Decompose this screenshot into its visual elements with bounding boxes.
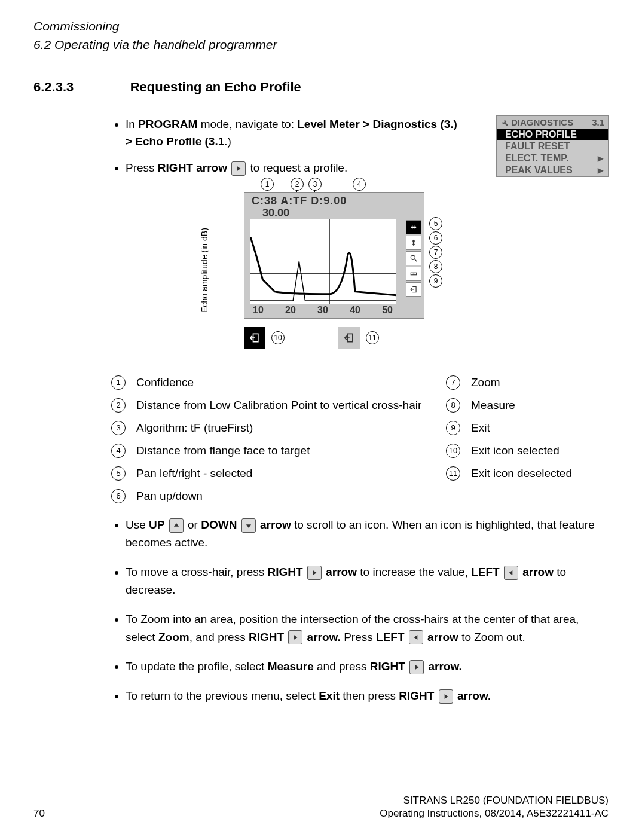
callout-6: 6 — [429, 231, 442, 245]
diagnostics-title: DIAGNOSTICS — [511, 117, 573, 127]
instr-5: To return to the previous menu, select E… — [126, 687, 609, 704]
legend-row: 2Distance from Low Calibration Point to … — [111, 394, 609, 417]
exit-icon-deselected — [338, 327, 360, 349]
heading-number: 6.2.3.3 — [33, 80, 74, 95]
footer-doc: Operating Instructions, 08/2014, A5E3222… — [380, 808, 609, 820]
echo-plot — [250, 219, 396, 304]
diag-item-fault-reset: FAULT RESET — [497, 140, 608, 152]
x-ticks: 1020304050 — [249, 305, 396, 316]
legend-row: 6Pan up/down — [111, 485, 609, 508]
callout-7: 7 — [429, 246, 442, 259]
callout-8: 8 — [429, 260, 442, 273]
footer-product: SITRANS LR250 (FOUNDATION FIELDBUS) — [33, 795, 609, 807]
diagnostics-header: DIAGNOSTICS 3.1 — [497, 116, 608, 129]
callout-2: 2 — [291, 178, 304, 191]
side-icon-stack — [406, 220, 421, 297]
heading-title: Requesting an Echo Profile — [130, 80, 301, 95]
up-arrow-icon — [169, 518, 184, 533]
callout-5: 5 — [429, 217, 442, 230]
exit-side-icon — [406, 282, 421, 297]
content: DIAGNOSTICS 3.1 ECHO PROFILE FAULT RESET… — [111, 115, 609, 705]
exit-icon-selected — [244, 327, 265, 349]
header-rule — [33, 36, 609, 36]
header-chapter: Commissioning — [33, 19, 609, 33]
diagnostics-screen: DIAGNOSTICS 3.1 ECHO PROFILE FAULT RESET… — [496, 115, 609, 177]
echo-profile-figure: 1 2 3 4 5 6 7 8 9 Echo amplitude (in dB)… — [224, 192, 451, 349]
wrench-icon — [500, 118, 509, 127]
instr-3: To Zoom into an area, position the inter… — [126, 610, 609, 646]
intro-bullet-2: Press RIGHT arrow to request a profile. — [126, 159, 460, 176]
right-arrow-icon — [231, 161, 246, 176]
y-axis-label: Echo amplitude (in dB) — [200, 228, 209, 313]
footer-page: 70 — [33, 808, 45, 820]
legend: 1Confidence 7Zoom 2Distance from Low Cal… — [111, 371, 609, 508]
instr-1: Use UP or DOWN arrow to scroll to an ico… — [126, 516, 609, 551]
header-section: 6.2 Operating via the handheld programme… — [33, 38, 609, 52]
legend-row: 3Algorithm: tF (trueFirst) 9Exit — [111, 417, 609, 439]
instruction-list: Use UP or DOWN arrow to scroll to an ico… — [111, 516, 609, 705]
callout-11: 11 — [366, 331, 379, 344]
left-arrow-icon — [504, 566, 518, 580]
down-arrow-icon — [241, 518, 256, 533]
callout-3: 3 — [308, 178, 322, 191]
intro-bullet-1: In PROGRAM mode, navigate to: Level Mete… — [126, 115, 460, 151]
instr-2: To move a cross-hair, press RIGHT arrow … — [126, 563, 609, 598]
diagnostics-code: 3.1 — [592, 117, 604, 127]
right-arrow-icon — [307, 566, 322, 580]
right-arrow-icon — [409, 660, 424, 674]
page: Commissioning 6.2 Operating via the hand… — [0, 0, 642, 840]
pan-ud-icon — [406, 236, 421, 250]
intro-list: In PROGRAM mode, navigate to: Level Mete… — [111, 115, 460, 176]
measure-icon — [406, 267, 421, 281]
submenu-icon: ▶ — [598, 154, 603, 163]
legend-row: 4Distance from flange face to target 10E… — [111, 439, 609, 462]
echo-screen: C:38 A:TF D:9.00 30.00 1020304050 — [244, 192, 424, 319]
legend-row: 1Confidence 7Zoom — [111, 371, 609, 394]
zoom-icon — [406, 251, 421, 265]
echo-readout-line1: C:38 A:TF D:9.00 — [252, 195, 347, 207]
right-arrow-icon — [288, 630, 302, 644]
diag-item-echo-profile: ECHO PROFILE — [497, 129, 608, 140]
y-axis: Echo amplitude (in dB) — [206, 192, 222, 349]
callout-1: 1 — [261, 178, 274, 191]
callout-9: 9 — [429, 274, 442, 288]
svg-line-3 — [415, 259, 417, 262]
callout-10: 10 — [271, 331, 285, 344]
legend-row: 5Pan left/right - selected 11Exit icon d… — [111, 462, 609, 485]
diag-item-peak-values: PEAK VALUES▶ — [497, 164, 608, 176]
footer: SITRANS LR250 (FOUNDATION FIELDBUS) 70 O… — [33, 795, 609, 820]
echo-readout-line2: 30.00 — [262, 207, 289, 219]
pan-lr-icon — [406, 220, 421, 234]
left-arrow-icon — [409, 630, 423, 644]
instr-4: To update the profile, select Measure an… — [126, 658, 609, 675]
submenu-icon: ▶ — [598, 166, 603, 175]
svg-point-2 — [411, 256, 415, 260]
bottom-icons: 10 11 — [244, 327, 451, 349]
right-arrow-icon — [439, 689, 453, 704]
diag-item-elect-temp: ELECT. TEMP.▶ — [497, 152, 608, 164]
callout-4: 4 — [353, 178, 366, 191]
